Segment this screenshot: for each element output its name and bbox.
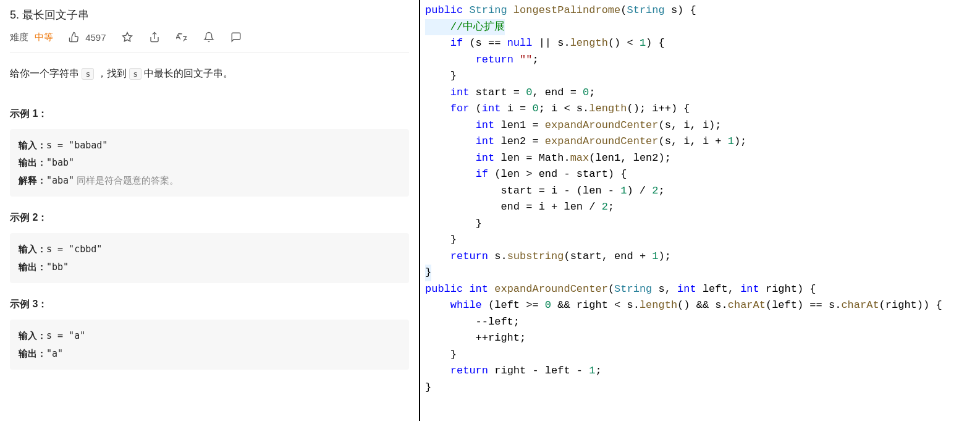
example-input-label: 输入： bbox=[19, 244, 46, 254]
code-line[interactable]: end = i + len / 2; bbox=[425, 201, 614, 213]
star-icon[interactable] bbox=[121, 31, 133, 43]
problem-description-panel: 5. 最长回文子串 难度 中等 4597 给你一个字符串 s ，找到 s 中最 bbox=[0, 0, 420, 421]
code-line[interactable]: } bbox=[425, 234, 457, 245]
example-output-value: "bb" bbox=[46, 262, 69, 273]
example-output-label: 输出： bbox=[19, 262, 46, 272]
example-output-value: "a" bbox=[46, 348, 63, 359]
example-title: 示例 1： bbox=[10, 108, 409, 121]
example-explain-mono: "aba" bbox=[46, 175, 74, 186]
example-title: 示例 3： bbox=[10, 298, 409, 311]
bell-icon[interactable] bbox=[203, 31, 215, 43]
code-line[interactable]: //中心扩展 bbox=[425, 19, 505, 36]
code-line[interactable]: --left; bbox=[425, 316, 520, 328]
share-icon[interactable] bbox=[148, 31, 161, 43]
inline-code: s bbox=[82, 68, 94, 80]
code-line[interactable]: if (s == null || s.length() < 1) { bbox=[425, 37, 665, 49]
example-block: 输入：s = "babad"输出："bab"解释："aba" 同样是符合题意的答… bbox=[10, 129, 409, 197]
examples-container: 示例 1：输入：s = "babad"输出："bab"解释："aba" 同样是符… bbox=[10, 108, 409, 370]
code-line[interactable]: return ""; bbox=[425, 54, 539, 66]
example-input-value: s = "babad" bbox=[46, 140, 108, 151]
code-line[interactable]: } bbox=[425, 70, 457, 82]
code-line[interactable]: int len1 = expandAroundCenter(s, i, i); bbox=[425, 119, 722, 131]
code-line[interactable]: } bbox=[425, 349, 457, 360]
code-line[interactable]: } bbox=[425, 218, 482, 229]
desc-text: 给你一个字符串 bbox=[10, 68, 82, 79]
thumbs-up-icon bbox=[68, 31, 80, 43]
code-line[interactable]: return right - left - 1; bbox=[425, 365, 602, 376]
code-line[interactable]: int len2 = expandAroundCenter(s, i, i + … bbox=[425, 135, 746, 147]
code-line[interactable]: while (left >= 0 && right < s.length() &… bbox=[425, 299, 942, 311]
example-output-label: 输出： bbox=[19, 348, 46, 359]
desc-text: 中最长的回文子串。 bbox=[142, 68, 233, 79]
code-line[interactable]: } bbox=[425, 265, 431, 281]
example-input-label: 输入： bbox=[19, 330, 46, 341]
inline-code: s bbox=[129, 68, 142, 80]
example-block: 输入：s = "cbbd"输出："bb" bbox=[10, 233, 409, 283]
feedback-icon[interactable] bbox=[230, 31, 242, 43]
example-explain-label: 解释： bbox=[19, 175, 46, 185]
svg-marker-0 bbox=[122, 33, 132, 41]
code-line[interactable]: for (int i = 0; i < s.length(); i++) { bbox=[425, 103, 690, 114]
code-line[interactable]: int start = 0, end = 0; bbox=[425, 87, 595, 98]
example-output-label: 输出： bbox=[19, 157, 46, 168]
example-input-value: s = "a" bbox=[46, 330, 85, 341]
code-line[interactable]: int len = Math.max(len1, len2); bbox=[425, 152, 671, 164]
example-input-label: 输入： bbox=[19, 140, 46, 150]
example-input-value: s = "cbbd" bbox=[46, 244, 102, 255]
code-line[interactable]: } bbox=[425, 381, 431, 393]
example-title: 示例 2： bbox=[10, 211, 409, 224]
difficulty: 难度 中等 bbox=[10, 32, 53, 43]
code-line[interactable]: public int expandAroundCenter(String s, … bbox=[425, 283, 816, 295]
code-line[interactable]: ++right; bbox=[425, 332, 526, 344]
translate-icon[interactable] bbox=[175, 31, 188, 43]
code-line[interactable]: if (len > end - start) { bbox=[425, 168, 627, 180]
desc-text: ，找到 bbox=[94, 68, 129, 79]
code-editor[interactable]: public String longestPalindrome(String s… bbox=[420, 0, 980, 421]
likes-count: 4597 bbox=[85, 32, 106, 43]
example-output-value: "bab" bbox=[46, 157, 74, 168]
code-line[interactable]: public String longestPalindrome(String s… bbox=[425, 4, 696, 16]
problem-title: 5. 最长回文子串 bbox=[10, 7, 409, 22]
code-line[interactable]: start = i - (len - 1) / 2; bbox=[425, 185, 665, 197]
code-line[interactable]: return s.substring(start, end + 1); bbox=[425, 250, 671, 262]
problem-description: 给你一个字符串 s ，找到 s 中最长的回文子串。 bbox=[10, 65, 409, 83]
difficulty-label: 难度 bbox=[10, 32, 28, 42]
problem-meta-row: 难度 中等 4597 bbox=[10, 31, 409, 53]
example-explain-text: 同样是符合题意的答案。 bbox=[74, 175, 179, 185]
difficulty-value: 中等 bbox=[35, 32, 53, 42]
example-block: 输入：s = "a"输出："a" bbox=[10, 320, 409, 370]
likes-button[interactable]: 4597 bbox=[68, 31, 106, 43]
